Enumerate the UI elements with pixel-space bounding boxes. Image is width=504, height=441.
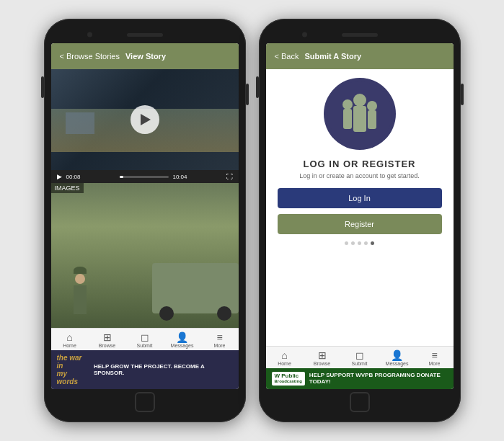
phone-top-bar [51,26,239,43]
banner-text: Help grow the project. Become a Sponsor. [94,363,233,376]
right-back-button[interactable]: < Back [275,52,299,61]
tab-submit[interactable]: ◻ Submit [126,329,164,350]
tab-submit-label: Submit [137,343,153,348]
right-home-icon: ⌂ [281,350,287,360]
speaker [127,33,163,37]
play-icon [141,114,151,125]
left-banner[interactable]: the war in my words Help grow the projec… [51,350,239,389]
right-phone-top-bar [266,26,454,43]
browse-icon: ⊞ [103,332,112,342]
right-banner-logo: W Public Broadcasting [272,372,305,386]
right-browse-icon: ⊞ [318,350,327,360]
dot-1 [345,241,348,245]
tab-messages-label: Messages [171,343,194,348]
right-camera [302,32,307,37]
login-title: LOG IN OR REGISTER [304,159,416,169]
right-submit-icon: ◻ [355,350,364,360]
current-time: 00:08 [66,174,115,180]
right-tab-messages[interactable]: 👤 Messages [379,347,416,368]
progress-bar[interactable] [120,176,169,178]
svg-point-5 [367,101,377,111]
right-banner[interactable]: W Public Broadcasting Help Support WVPB … [266,368,454,389]
right-tab-browse-label: Browse [314,361,330,366]
right-nav-bar: < Back Submit A Story [266,43,454,69]
tab-more[interactable]: ≡ More [201,329,239,350]
right-logo-w: W Public [275,373,302,380]
right-more-icon: ≡ [431,350,437,360]
right-tab-home-label: Home [278,361,291,366]
banner-logo: the war in my words [57,354,89,386]
home-icon: ⌂ [66,332,72,342]
left-phone: < Browse Stories View Story ▶ 00:08 10:0… [44,19,246,422]
dot-5-active [371,241,374,245]
humvee [152,263,239,313]
video-player[interactable] [51,69,239,170]
right-speaker [342,33,378,37]
tab-home-label: Home [63,343,76,348]
login-subtitle: Log in or create an account to get start… [299,172,420,179]
right-tab-home[interactable]: ⌂ Home [266,347,304,368]
svg-rect-2 [343,109,352,129]
login-button[interactable]: Log In [278,188,442,208]
right-nav-title: Submit A Story [304,52,361,61]
soldier-figure [69,267,91,317]
video-controls: ▶ 00:08 10:04 ⛶ [51,170,239,183]
right-bottom-bar [266,389,454,415]
humvee-wheel-right [217,306,231,321]
right-tab-more-label: More [429,361,441,366]
tab-browse[interactable]: ⊞ Browse [89,329,126,350]
volume-button [41,76,44,98]
play-ctrl-icon[interactable]: ▶ [57,173,62,180]
tab-messages[interactable]: 👤 Messages [164,329,201,350]
right-phone: < Back Submit A Story [259,19,461,422]
soldier-helmet [74,267,87,274]
logo-circle [324,78,396,150]
dot-4 [364,241,368,245]
tab-more-label: More [214,343,226,348]
left-screen: < Browse Stories View Story ▶ 00:08 10:0… [51,43,239,389]
right-tab-more[interactable]: ≡ More [416,347,454,368]
tab-home[interactable]: ⌂ Home [51,329,89,350]
dot-3 [358,241,361,245]
right-screen: < Back Submit A Story [266,43,454,389]
images-label: IMAGES [51,183,84,193]
left-back-button[interactable]: < Browse Stories [60,52,120,61]
svg-rect-4 [353,106,366,132]
messages-icon: 👤 [176,332,188,342]
left-tab-bar: ⌂ Home ⊞ Browse ◻ Submit 👤 Messages ≡ [51,328,239,350]
right-power-button [461,84,464,105]
soldiers-silhouette-svg [327,81,392,146]
power-button [246,84,249,105]
right-banner-text: Help Support WVPB Programing Donate Toda… [309,372,448,385]
banner-logo-line1: the war in [57,354,82,370]
play-button[interactable] [131,105,159,134]
submit-icon: ◻ [141,332,149,342]
right-logo-sub: Broadcasting [275,379,302,384]
progress-fill [120,176,123,178]
right-tab-submit[interactable]: ◻ Submit [341,347,379,368]
soldier-body [74,285,87,314]
left-nav-title: View Story [125,52,166,61]
more-icon: ≡ [216,332,222,342]
images-section: IMAGES [51,183,239,328]
right-tab-submit-label: Submit [352,361,368,366]
soldier-head [75,274,85,284]
register-button[interactable]: Register [278,214,442,234]
total-time: 10:04 [173,174,222,180]
left-bottom-bar [51,389,239,415]
video-building [66,112,94,134]
home-hardware-button[interactable] [135,392,155,412]
fullscreen-icon[interactable]: ⛶ [226,173,233,180]
right-home-hardware-button[interactable] [350,392,370,412]
right-tab-browse[interactable]: ⊞ Browse [304,347,341,368]
right-tab-bar: ⌂ Home ⊞ Browse ◻ Submit 👤 Messages ≡ [266,346,454,368]
left-nav-bar: < Browse Stories View Story [51,43,239,69]
svg-point-1 [342,99,353,110]
right-messages-icon: 👤 [391,350,403,360]
submit-content: LOG IN OR REGISTER Log in or create an a… [266,69,454,346]
dot-2 [351,241,355,245]
soldier-image [51,183,239,328]
right-volume-button [256,76,259,98]
humvee-wheel-left [159,306,174,321]
svg-rect-6 [368,110,376,129]
